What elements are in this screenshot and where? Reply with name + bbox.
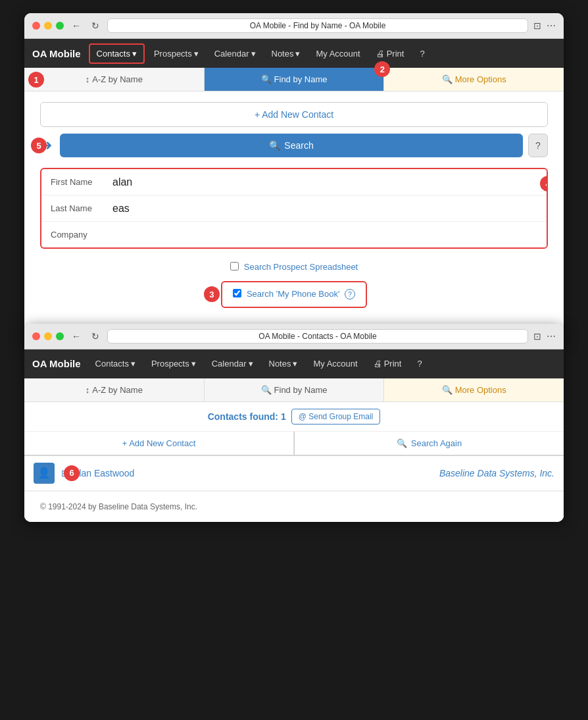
- search-help-button[interactable]: ?: [528, 134, 548, 157]
- footer-2: © 1991-2024 by Baseline Data Systems, In…: [24, 491, 564, 522]
- phonebook-checkbox-row: 3 Search 'My Phone Book' ?: [221, 281, 367, 308]
- maximize-dot-2[interactable]: [56, 332, 64, 340]
- nav-notes-2[interactable]: Notes ▾: [262, 355, 305, 373]
- url-bar-2[interactable]: OA Mobile - Contacts - OA Mobile: [107, 329, 528, 344]
- nav-prospects-1[interactable]: Prospects ▾: [147, 45, 205, 63]
- nav-notes-1[interactable]: Notes ▾: [265, 45, 307, 63]
- close-dot[interactable]: [32, 22, 40, 30]
- firstname-input[interactable]: [107, 170, 547, 195]
- browser-action-2: ⊡: [533, 331, 541, 342]
- nav-contacts-1[interactable]: Contacts ▾: [89, 43, 145, 64]
- search-button-1[interactable]: 🔍 Search: [60, 134, 523, 157]
- lastname-input[interactable]: [107, 196, 547, 221]
- prospect-checkbox-label: Search Prospect Spreadsheet: [244, 262, 358, 273]
- firstname-label: First Name: [41, 169, 107, 195]
- nav-print-1[interactable]: 🖨 Print: [370, 45, 411, 63]
- close-dot-2[interactable]: [32, 332, 40, 340]
- tab-az-2[interactable]: ↕ A-Z by Name: [24, 378, 205, 401]
- search-row-1: 5 ➜ 🔍 Search ?: [40, 134, 548, 157]
- add-contact-button-1[interactable]: + Add New Contact: [40, 102, 548, 127]
- nav-calendar-2[interactable]: Calendar ▾: [205, 355, 260, 373]
- lastname-row: Last Name: [41, 195, 547, 222]
- tab-findbyname-2[interactable]: 🔍 Find by Name: [205, 378, 385, 401]
- browser-chrome-1: ← ↻ OA Mobile - Find by Name - OA Mobile…: [24, 13, 564, 39]
- add-new-contact-button-2[interactable]: + Add New Contact: [24, 432, 294, 455]
- step-badge-1: 1: [28, 72, 44, 88]
- contacts-found-row: Contacts found: 1 @ Send Group Email: [24, 402, 564, 432]
- prospect-checkbox[interactable]: [230, 262, 239, 270]
- content-area-2: Contacts found: 1 @ Send Group Email + A…: [24, 402, 564, 522]
- tab-moreoptions-1[interactable]: 🔍 More Options: [384, 68, 564, 91]
- browser-menu-1[interactable]: ⋯: [547, 20, 556, 31]
- tab-az-1[interactable]: ↕ A-Z by Name: [24, 68, 205, 91]
- contact-avatar: 👤: [34, 463, 55, 484]
- refresh-button[interactable]: ↻: [89, 19, 102, 32]
- step-badge-6: 6: [64, 465, 80, 481]
- company-input[interactable]: [107, 222, 547, 247]
- app-navbar-1: OA Mobile Contacts ▾ Prospects ▾ Calenda…: [24, 39, 564, 68]
- checkboxes-area: Search Prospect Spreadsheet 3 Search 'My…: [40, 262, 548, 308]
- company-row: Company: [41, 222, 547, 247]
- refresh-button-2[interactable]: ↻: [89, 330, 102, 343]
- app-brand-1[interactable]: OA Mobile: [32, 48, 81, 59]
- prospect-checkbox-row: Search Prospect Spreadsheet: [230, 262, 358, 273]
- back-button[interactable]: ←: [69, 19, 84, 32]
- contact-name[interactable]: Alan Eastwood: [73, 468, 134, 478]
- action-row: + Add New Contact 🔍 Search Again: [24, 432, 564, 456]
- company-label: Company: [41, 222, 107, 247]
- app-navbar-2: OA Mobile Contacts ▾ Prospects ▾ Calenda…: [24, 349, 564, 378]
- browser-controls: [32, 22, 64, 30]
- nav-calendar-1[interactable]: Calendar ▾: [208, 45, 262, 63]
- contacts-found-text: Contacts found: 1: [208, 411, 286, 422]
- phonebook-help-icon[interactable]: ?: [345, 289, 355, 299]
- contact-result-row[interactable]: 👤 ⊞ Alan Eastwood 6 Baseline Data System…: [24, 456, 564, 491]
- tab-bar-1: 1 ↕ A-Z by Name 🔍 Find by Name 2 🔍 More …: [24, 68, 564, 91]
- maximize-dot[interactable]: [56, 22, 64, 30]
- url-bar-1[interactable]: OA Mobile - Find by Name - OA Mobile: [107, 18, 528, 33]
- step-badge-5: 5: [31, 138, 47, 153]
- nav-prospects-2[interactable]: Prospects ▾: [145, 355, 203, 373]
- step-badge-3: 3: [204, 286, 220, 302]
- tab-findbyname-1[interactable]: 🔍 Find by Name 2: [205, 68, 385, 91]
- browser-window-1: ← ↻ OA Mobile - Find by Name - OA Mobile…: [24, 13, 564, 344]
- phonebook-checkbox[interactable]: [233, 289, 241, 297]
- back-button-2[interactable]: ←: [69, 330, 84, 343]
- search-again-button[interactable]: 🔍 Search Again: [294, 432, 564, 455]
- content-area-1: + Add New Contact 5 ➜ 🔍 Search ? 4 First…: [24, 91, 564, 344]
- minimize-dot[interactable]: [44, 22, 52, 30]
- app-brand-2[interactable]: OA Mobile: [32, 358, 81, 369]
- lastname-label: Last Name: [41, 195, 107, 221]
- minimize-dot-2[interactable]: [44, 332, 52, 340]
- nav-contacts-2[interactable]: Contacts ▾: [89, 355, 142, 373]
- send-group-email-button[interactable]: @ Send Group Email: [291, 409, 381, 424]
- phonebook-checkbox-label: Search 'My Phone Book' ?: [247, 289, 355, 300]
- contact-company: Baseline Data Systems, Inc.: [439, 468, 554, 478]
- nav-help-2[interactable]: ?: [410, 355, 428, 373]
- search-form-1: 4 First Name Last Name Company: [40, 168, 548, 249]
- browser-menu-2[interactable]: ⋯: [547, 331, 556, 342]
- nav-help-1[interactable]: ?: [413, 45, 431, 63]
- browser-action-1: ⊡: [533, 20, 541, 31]
- tab-bar-2: ↕ A-Z by Name 🔍 Find by Name 🔍 More Opti…: [24, 378, 564, 402]
- nav-print-2[interactable]: 🖨 Print: [367, 355, 408, 373]
- browser-chrome-2: ← ↻ OA Mobile - Contacts - OA Mobile ⊡ ⋯: [24, 324, 564, 349]
- browser-controls-2: [32, 332, 64, 340]
- tab-moreoptions-2[interactable]: 🔍 More Options: [384, 378, 564, 401]
- firstname-row: First Name: [41, 169, 547, 195]
- nav-myaccount-1[interactable]: My Account: [309, 45, 366, 63]
- browser-window-2: ← ↻ OA Mobile - Contacts - OA Mobile ⊡ ⋯…: [24, 324, 564, 522]
- nav-myaccount-2[interactable]: My Account: [306, 355, 364, 373]
